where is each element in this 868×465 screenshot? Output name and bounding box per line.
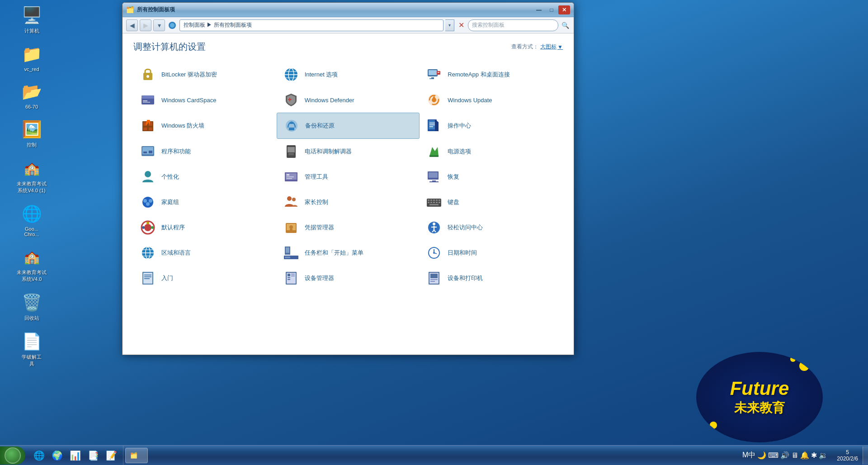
search-box[interactable]: 搜索控制面板 xyxy=(468,19,558,31)
item-label: 设备和打印机 xyxy=(448,274,483,282)
item-winupdate[interactable]: Windows Update xyxy=(420,87,563,113)
control-panel-window: 🗂️ 所有控制面板项 — □ ✕ ◀ ▶ ▾ 控制面板 ▶ 所有控制面板项 ▾ … xyxy=(122,2,574,355)
desktop-icon-control[interactable]: 🖼️ 控制 xyxy=(14,119,50,148)
word-button[interactable]: 📝 xyxy=(103,447,119,464)
back-button[interactable]: ◀ xyxy=(126,19,138,31)
item-label: RemoteApp 和桌面连接 xyxy=(448,71,509,79)
control-icon: 🖼️ xyxy=(21,119,42,140)
address-close-button[interactable]: ✕ xyxy=(456,20,466,30)
volume-icon[interactable]: 🔊 xyxy=(780,451,789,460)
item-datetime[interactable]: 日期和时间 xyxy=(420,240,563,266)
item-device-mgr[interactable]: 设备管理器 xyxy=(277,266,420,291)
ie-button[interactable]: 🌐 xyxy=(31,447,47,464)
notification-icon[interactable]: 🔔 xyxy=(800,451,809,460)
item-remoteapp[interactable]: RemoteApp 和桌面连接 xyxy=(420,62,563,87)
up-dropdown-button[interactable]: ▾ xyxy=(153,19,165,31)
volume-tray-icon[interactable]: 🔉 xyxy=(819,451,828,460)
item-taskbar-start[interactable]: 任务栏和「开始」菜单 xyxy=(277,240,420,266)
maximize-button[interactable]: □ xyxy=(546,5,557,14)
view-dropdown[interactable]: 大图标 ▼ xyxy=(540,43,563,51)
item-firewall[interactable]: Windows 防火墙 xyxy=(133,113,277,139)
content-area: 调整计算机的设置 查看方式： 大图标 ▼ xyxy=(123,33,574,355)
svg-rect-70 xyxy=(439,199,440,201)
ime-icon[interactable]: M中 xyxy=(742,451,755,460)
item-label: Windows Defender xyxy=(305,97,354,104)
window-title: 所有控制面板项 xyxy=(137,6,533,14)
datetime-icon xyxy=(425,244,443,262)
item-personalize[interactable]: 个性化 xyxy=(133,164,277,190)
svg-point-49 xyxy=(145,171,151,177)
svg-rect-121 xyxy=(430,279,438,280)
programs-icon xyxy=(139,142,157,161)
item-devices-printers[interactable]: 设备和打印机 xyxy=(420,266,563,291)
svg-rect-115 xyxy=(288,279,290,280)
item-parental[interactable]: 家长控制 xyxy=(277,190,420,215)
recycle-icon: 🗑️ xyxy=(21,292,42,313)
item-region[interactable]: 区域和语言 xyxy=(133,240,277,266)
address-input[interactable]: 控制面板 ▶ 所有控制面板项 xyxy=(179,19,443,31)
svg-rect-67 xyxy=(430,199,432,201)
item-credentials[interactable]: 凭据管理器 xyxy=(277,215,420,240)
item-label: Windows Update xyxy=(448,97,492,104)
forward-button[interactable]: ▶ xyxy=(140,19,151,31)
desktop-icon-label: 计算机 xyxy=(24,28,39,34)
search-button[interactable]: 🔍 xyxy=(560,20,570,30)
desktop-icon-computer[interactable]: 🖥️ 计算机 xyxy=(14,5,50,34)
keyboard-tray-icon[interactable]: ⌨ xyxy=(768,451,778,460)
item-programs[interactable]: 程序和功能 xyxy=(133,139,277,164)
desktop-icon-future1[interactable]: 🏫 未来教育考试系统V4.0 (1) xyxy=(14,157,50,194)
item-action-center[interactable]: 操作中心 xyxy=(420,113,563,139)
item-getting-started[interactable]: 入门 xyxy=(133,266,277,291)
item-manage-tools[interactable]: 管理工具 xyxy=(277,164,420,190)
item-backup[interactable]: 备份和还原 xyxy=(277,113,420,139)
item-cardspace[interactable]: Windows CardSpace xyxy=(133,87,277,113)
item-defender[interactable]: Windows Defender xyxy=(277,87,420,113)
future-brand-chinese: 未来教育 xyxy=(734,399,785,417)
svg-rect-74 xyxy=(436,202,438,203)
chrome-taskbar-button[interactable]: 🌍 xyxy=(49,447,65,464)
parental-icon xyxy=(282,193,300,211)
svg-rect-27 xyxy=(143,128,147,130)
bluetooth-icon[interactable]: ✱ xyxy=(811,451,817,460)
powerpoint-button[interactable]: 📑 xyxy=(85,447,101,464)
item-recovery[interactable]: 恢复 xyxy=(420,164,563,190)
title-controls: — □ ✕ xyxy=(533,5,570,14)
item-bitlocker[interactable]: BitLocker 驱动器加密 xyxy=(133,62,277,87)
taskbar-clock[interactable]: 5 2020/2/6 xyxy=(832,449,863,462)
network-icon[interactable]: 🖥 xyxy=(791,451,798,460)
item-internet[interactable]: Internet 选项 xyxy=(277,62,420,87)
svg-point-80 xyxy=(151,226,154,229)
svg-rect-73 xyxy=(433,202,435,203)
control-panel-taskbar-btn[interactable]: 🗂️ xyxy=(125,448,148,463)
svg-rect-53 xyxy=(287,176,294,177)
svg-rect-116 xyxy=(291,274,295,275)
defender-icon xyxy=(282,91,300,109)
svg-rect-68 xyxy=(433,199,435,201)
desktop-icon-crack[interactable]: 📄 学破解工具 xyxy=(14,331,50,367)
start-button[interactable] xyxy=(0,446,25,465)
svg-rect-108 xyxy=(144,275,151,275)
close-button[interactable]: ✕ xyxy=(558,5,570,14)
svg-rect-41 xyxy=(149,151,152,153)
excel-button[interactable]: 📊 xyxy=(67,447,83,464)
address-dropdown-button[interactable]: ▾ xyxy=(445,19,454,31)
item-default-programs[interactable]: 默认程序 xyxy=(133,215,277,240)
desktop-icon-chrome[interactable]: 🌐 Goo...Chro... xyxy=(14,203,50,237)
minimize-button[interactable]: — xyxy=(533,5,545,14)
item-keyboard[interactable]: 键盘 xyxy=(420,190,563,215)
svg-rect-52 xyxy=(287,174,289,176)
desktop-icon-66-70[interactable]: 📂 66-70 xyxy=(14,81,50,109)
desktop-icon-vc[interactable]: 📁 vc_red xyxy=(14,43,50,72)
item-power[interactable]: 电源选项 xyxy=(420,139,563,164)
desktop-icon-recycle[interactable]: 🗑️ 回收站 xyxy=(14,292,50,322)
svg-point-60 xyxy=(143,199,147,203)
moon-icon[interactable]: 🌙 xyxy=(757,451,766,460)
item-ease-access[interactable]: 轻松访问中心 xyxy=(420,215,563,240)
chrome-icon: 🌐 xyxy=(21,203,42,225)
item-homegroup[interactable]: 家庭组 xyxy=(133,190,277,215)
main-content: 调整计算机的设置 查看方式： 大图标 ▼ xyxy=(123,33,574,355)
show-desktop-button[interactable] xyxy=(863,446,868,465)
item-phone-modem[interactable]: 电话和调制解调器 xyxy=(277,139,420,164)
desktop-icon-future2[interactable]: 🏫 未来教育考试系统V4.0 xyxy=(14,246,50,283)
clock-time: 5 xyxy=(846,449,849,456)
